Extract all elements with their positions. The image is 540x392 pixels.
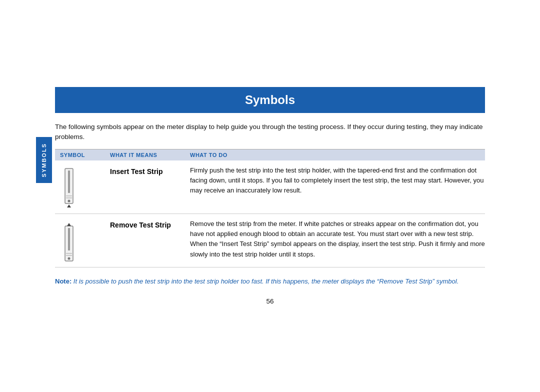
svg-point-10 <box>68 258 70 260</box>
remove-strip-icon <box>60 221 78 262</box>
symbol-cell-remove <box>60 219 110 262</box>
table-row: Insert Test Strip Firmly push the test s… <box>55 160 485 214</box>
svg-marker-11 <box>67 223 71 226</box>
col-header-means: WHAT IT MEANS <box>110 152 190 158</box>
svg-rect-2 <box>66 196 72 196</box>
table-header: SYMBOL WHAT IT MEANS WHAT TO DO <box>55 149 485 160</box>
col-header-symbol: SYMBOL <box>60 152 110 158</box>
svg-rect-3 <box>66 198 72 198</box>
meaning-insert: Insert Test Strip <box>110 166 190 176</box>
col-header-todo: WHAT TO DO <box>190 152 485 158</box>
symbol-cell-insert <box>60 166 110 208</box>
svg-marker-5 <box>67 204 71 208</box>
page-title: Symbols <box>65 93 475 107</box>
sidebar-label: SYMBOLS <box>41 143 47 177</box>
note-italic: It is possible to push the test strip in… <box>72 278 458 285</box>
insert-strip-icon <box>60 168 78 208</box>
sidebar-tab: SYMBOLS <box>36 137 52 183</box>
svg-rect-1 <box>68 170 70 193</box>
note-section: Note: It is possible to push the test st… <box>55 276 485 286</box>
desc-insert: Firmly push the test strip into the test… <box>190 166 485 196</box>
meaning-remove-title: Remove Test Strip <box>110 221 171 229</box>
meaning-remove: Remove Test Strip <box>110 219 190 229</box>
svg-rect-7 <box>68 228 70 250</box>
svg-rect-8 <box>66 253 72 254</box>
meaning-insert-title: Insert Test Strip <box>110 168 163 176</box>
intro-paragraph: The following symbols appear on the mete… <box>55 122 485 142</box>
page-number: 56 <box>55 298 485 305</box>
svg-point-4 <box>68 200 70 202</box>
title-bar: Symbols <box>55 87 485 113</box>
table-row: Remove Test Strip Remove the test strip … <box>55 214 485 268</box>
svg-rect-9 <box>66 255 72 256</box>
note-bold: Note: <box>55 278 72 285</box>
desc-remove: Remove the test strip from the meter. If… <box>190 219 485 260</box>
